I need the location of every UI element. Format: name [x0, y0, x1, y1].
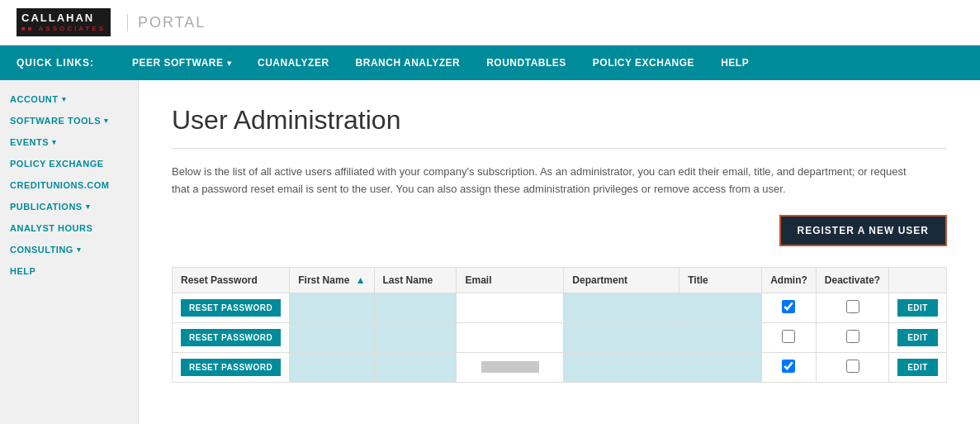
admin-cell — [762, 293, 817, 322]
logo: CALLAHAN ■■ ASSOCIATES — [17, 8, 111, 36]
deactivate-cell — [816, 293, 888, 322]
admin-cell — [762, 322, 817, 352]
title-cell — [679, 293, 762, 322]
reset-password-button[interactable]: RESET PASSWORD — [181, 329, 281, 346]
col-header-admin: Admin? — [762, 267, 817, 293]
register-new-user-button[interactable]: REGISTER A NEW USER — [779, 215, 947, 246]
admin-cell — [762, 352, 817, 382]
sidebar-item-software-tools[interactable]: SOFTWARE TOOLS ▾ — [0, 110, 138, 131]
col-header-title: Title — [679, 267, 762, 293]
account-caret-icon: ▾ — [62, 95, 67, 103]
edit-cell: EDIT — [889, 322, 947, 352]
deactivate-cell — [816, 352, 888, 382]
reset-password-button[interactable]: RESET PASSWORD — [181, 299, 281, 317]
last-name-cell — [374, 293, 457, 322]
nav-item-policy-exchange[interactable]: POLICY EXCHANGE — [580, 45, 708, 80]
nav-item-cuanalyzer[interactable]: CUANALYZER — [244, 45, 343, 80]
quick-links-label: QUICK LINKS: — [17, 57, 94, 69]
user-table: Reset Password First Name ▲ Last Name Em… — [172, 267, 947, 383]
admin-checkbox[interactable] — [782, 360, 795, 373]
description-text: Below is the list of all active users af… — [172, 164, 915, 198]
edit-cell: EDIT — [889, 293, 947, 322]
edit-button[interactable]: EDIT — [897, 359, 938, 376]
col-header-reset-password: Reset Password — [173, 267, 290, 293]
reset-password-cell: RESET PASSWORD — [173, 293, 290, 322]
first-name-cell — [290, 293, 374, 322]
deactivate-checkbox[interactable] — [846, 300, 859, 313]
events-caret-icon: ▾ — [52, 138, 57, 146]
admin-checkbox[interactable] — [782, 300, 795, 313]
deactivate-checkbox[interactable] — [846, 330, 859, 343]
table-body: RESET PASSWORD EDIT — [173, 293, 947, 382]
col-header-last-name: Last Name — [374, 267, 457, 293]
top-header: CALLAHAN ■■ ASSOCIATES PORTAL — [0, 0, 980, 45]
department-cell — [564, 293, 679, 322]
deactivate-cell — [816, 322, 888, 352]
sidebar-item-analyst-hours[interactable]: ANALYST HOURS — [0, 217, 138, 239]
department-cell — [564, 352, 679, 382]
table-header: Reset Password First Name ▲ Last Name Em… — [173, 267, 947, 293]
main-layout: ACCOUNT ▾ SOFTWARE TOOLS ▾ EVENTS ▾ POLI… — [0, 80, 980, 424]
logo-area: CALLAHAN ■■ ASSOCIATES PORTAL — [17, 8, 206, 36]
reset-password-button[interactable]: RESET PASSWORD — [181, 359, 281, 376]
email-cell — [457, 322, 564, 352]
edit-cell: EDIT — [889, 352, 947, 382]
register-btn-wrap: REGISTER A NEW USER — [172, 215, 947, 246]
consulting-caret-icon: ▾ — [77, 245, 82, 254]
sidebar-item-consulting[interactable]: CONSULTING ▾ — [0, 239, 138, 260]
col-header-deactivate: Deactivate? — [816, 267, 888, 293]
nav-item-help[interactable]: HELP — [708, 45, 762, 80]
sidebar-item-publications[interactable]: PUBLICATIONS ▾ — [0, 196, 138, 217]
publications-caret-icon: ▾ — [86, 202, 91, 211]
sidebar-item-events[interactable]: EVENTS ▾ — [0, 131, 138, 153]
last-name-cell — [374, 352, 457, 382]
sidebar-item-account[interactable]: ACCOUNT ▾ — [0, 88, 138, 110]
nav-item-roundtables[interactable]: ROUNDTABLES — [473, 45, 580, 80]
nav-bar: QUICK LINKS: PEER SOFTWARE ▾ CUANALYZER … — [0, 45, 980, 80]
page-title: User Administration — [172, 105, 947, 136]
reset-password-cell: RESET PASSWORD — [173, 352, 290, 382]
deactivate-checkbox[interactable] — [846, 360, 859, 373]
col-header-department: Department — [564, 267, 679, 293]
admin-checkbox[interactable] — [782, 330, 795, 343]
section-divider — [172, 148, 947, 149]
edit-button[interactable]: EDIT — [897, 329, 938, 346]
title-cell — [679, 352, 762, 382]
sidebar: ACCOUNT ▾ SOFTWARE TOOLS ▾ EVENTS ▾ POLI… — [0, 80, 139, 424]
last-name-cell — [374, 322, 457, 352]
reset-password-cell: RESET PASSWORD — [173, 322, 290, 352]
main-content: User Administration Below is the list of… — [139, 80, 980, 424]
col-header-email: Email — [457, 267, 564, 293]
sort-arrow-icon: ▲ — [356, 274, 366, 286]
col-header-first-name[interactable]: First Name ▲ — [290, 267, 374, 293]
table-row: RESET PASSWORD EDIT — [173, 322, 947, 352]
department-cell — [564, 322, 679, 352]
sidebar-item-policy-exchange[interactable]: POLICY EXCHANGE — [0, 153, 138, 174]
title-cell — [679, 322, 762, 352]
sidebar-item-help[interactable]: HELP — [0, 260, 138, 282]
email-cell — [457, 293, 564, 322]
table-row: RESET PASSWORD ED — [173, 352, 947, 382]
first-name-cell — [290, 352, 374, 382]
nav-items: PEER SOFTWARE ▾ CUANALYZER BRANCH ANALYZ… — [119, 45, 762, 80]
edit-button[interactable]: EDIT — [897, 299, 938, 317]
col-header-edit — [889, 267, 947, 293]
sidebar-item-creditunions[interactable]: CREDITUNIONS.COM — [0, 174, 138, 196]
table-row: RESET PASSWORD EDIT — [173, 293, 947, 322]
caret-icon: ▾ — [227, 59, 232, 68]
nav-item-peer-software[interactable]: PEER SOFTWARE ▾ — [119, 45, 244, 80]
portal-label: PORTAL — [127, 14, 206, 31]
first-name-cell — [290, 322, 374, 352]
software-caret-icon: ▾ — [104, 117, 109, 125]
nav-item-branch-analyzer[interactable]: BRANCH ANALYZER — [343, 45, 474, 80]
email-cell — [457, 352, 564, 382]
